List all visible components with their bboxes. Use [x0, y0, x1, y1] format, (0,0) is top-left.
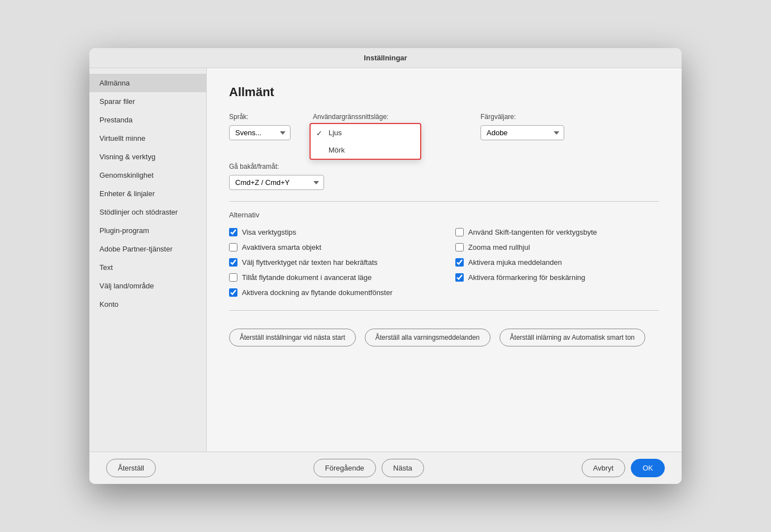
dialog-title: Inställningar [364, 54, 407, 62]
navigate-label: Gå bakåt/framåt: [229, 163, 324, 170]
reset-btn-reset-settings[interactable]: Återställ inställningar vid nästa start [229, 329, 356, 346]
reset-btn-reset-warnings[interactable]: Återställ alla varningsmeddelanden [365, 329, 491, 346]
checkbox-row-cb1: Visa verktygstips [229, 228, 433, 236]
color-picker-select[interactable]: Adobe [480, 125, 564, 140]
reset-buttons-row: Återställ inställningar vid nästa startÅ… [229, 329, 659, 346]
checkbox-cb5[interactable] [229, 258, 237, 267]
navigate-select[interactable]: Cmd+Z / Cmd+Y [229, 175, 324, 190]
options-label: Alternativ [229, 211, 659, 219]
checkbox-cb4[interactable] [455, 243, 464, 251]
divider-2 [229, 310, 659, 311]
sidebar-item-konto[interactable]: Konto [89, 295, 206, 314]
dialog-body: AllmännaSparar filerPrestandaVirtuellt m… [89, 68, 682, 452]
checkbox-row-cb7: Tillåt flytande dokument i avancerat läg… [229, 273, 433, 282]
sidebar-item-sparar-filer[interactable]: Sparar filer [89, 92, 206, 111]
checkbox-row-cb3: Avaktivera smarta objekt [229, 243, 433, 251]
checkbox-cb9[interactable] [229, 288, 237, 297]
checkbox-label-cb5: Välj flyttverktyget när texten har bekrä… [242, 258, 378, 267]
sidebar-item-visning-verktyg[interactable]: Visning & verktyg [89, 148, 206, 166]
footer-left: Återställ [106, 459, 156, 477]
sidebar-item-plugin-program[interactable]: Plugin-program [89, 221, 206, 240]
ui-mode-group: Användargränssnittsläge: Ljus Ljus Mörk [313, 113, 413, 140]
checkbox-label-cb3: Avaktivera smarta objekt [242, 243, 321, 251]
sidebar-item-allmanna[interactable]: Allmänna [89, 74, 206, 92]
sidebar-item-enheter-linjaler[interactable]: Enheter & linjaler [89, 184, 206, 203]
ui-mode-dropdown-wrapper: Ljus Ljus Mörk [313, 125, 413, 140]
checkbox-label-cb9: Aktivera dockning av flytande dokumentfö… [242, 288, 393, 297]
sidebar-item-adobe-partner[interactable]: Adobe Partner-tjänster [89, 240, 206, 258]
reset-button[interactable]: Återställ [106, 459, 156, 477]
checkbox-row-cb8: Aktivera förmarkering för beskärning [455, 273, 659, 282]
previous-button[interactable]: Föregående [313, 459, 376, 477]
ok-button[interactable]: OK [631, 459, 665, 477]
checkbox-cb6[interactable] [455, 258, 464, 267]
main-content: Allmänt Språk: Svens... Användargränssni… [207, 68, 682, 452]
checkbox-cb2[interactable] [455, 228, 464, 236]
sidebar-item-stodlinjer[interactable]: Stödlinjer och stödraster [89, 203, 206, 221]
sidebar-item-virtuellt-minne[interactable]: Virtuellt minne [89, 129, 206, 148]
ui-mode-label: Användargränssnittsläge: [313, 113, 413, 121]
ui-mode-option-mork[interactable]: Mörk [311, 141, 420, 159]
sidebar-item-valj-land[interactable]: Välj land/område [89, 277, 206, 295]
ui-mode-option-ljus[interactable]: Ljus [311, 124, 420, 141]
language-label: Språk: [229, 113, 291, 121]
checkbox-label-cb6: Aktivera mjuka meddelanden [468, 258, 562, 267]
checkbox-row-cb9: Aktivera dockning av flytande dokumentfö… [229, 288, 433, 297]
next-button[interactable]: Nästa [382, 459, 424, 477]
checkbox-cb3[interactable] [229, 243, 237, 251]
footer-right: Avbryt OK [582, 459, 665, 477]
checkbox-label-cb1: Visa verktygstips [242, 228, 296, 236]
sidebar: AllmännaSparar filerPrestandaVirtuellt m… [89, 68, 207, 452]
settings-dialog: Inställningar AllmännaSparar filerPresta… [89, 48, 682, 484]
checkbox-label-cb2: Använd Skift-tangenten för verktygsbyte [468, 228, 597, 236]
form-row-top: Språk: Svens... Användargränssnittsläge:… [229, 113, 659, 190]
language-select[interactable]: Svens... [229, 125, 291, 140]
checkbox-row-cb6: Aktivera mjuka meddelanden [455, 258, 659, 267]
checkbox-label-cb7: Tillåt flytande dokument i avancerat läg… [242, 273, 372, 282]
navigate-group: Gå bakåt/framåt: Cmd+Z / Cmd+Y [229, 163, 324, 190]
checkbox-cb8[interactable] [455, 273, 464, 282]
checkbox-cb7[interactable] [229, 273, 237, 282]
ui-mode-dropdown: Ljus Mörk [310, 123, 421, 160]
color-picker-group: Färgväljare: Adobe [480, 113, 564, 140]
cancel-button[interactable]: Avbryt [582, 459, 626, 477]
dialog-footer: Återställ Föregående Nästa Avbryt OK [89, 452, 682, 484]
checkbox-row-cb4: Zooma med rullhjul [455, 243, 659, 251]
checkbox-row-cb2: Använd Skift-tangenten för verktygsbyte [455, 228, 659, 236]
checkboxes-grid: Visa verktygstipsAnvänd Skift-tangenten … [229, 228, 659, 297]
sidebar-item-genomskinlighet[interactable]: Genomskinlighet [89, 166, 206, 184]
checkbox-label-cb8: Aktivera förmarkering för beskärning [468, 273, 586, 282]
checkbox-row-cb5: Välj flyttverktyget när texten har bekrä… [229, 258, 433, 267]
sidebar-item-prestanda[interactable]: Prestanda [89, 111, 206, 129]
reset-btn-reset-learning[interactable]: Återställ inlärning av Automatisk smart … [499, 329, 645, 346]
sidebar-item-text[interactable]: Text [89, 258, 206, 277]
checkbox-cb1[interactable] [229, 228, 237, 236]
page-title: Allmänt [229, 85, 659, 99]
color-picker-label: Färgväljare: [480, 113, 564, 121]
checkbox-label-cb4: Zooma med rullhjul [468, 243, 530, 251]
divider-1 [229, 201, 659, 202]
language-group: Språk: Svens... [229, 113, 291, 140]
footer-center: Föregående Nästa [313, 459, 424, 477]
dialog-titlebar: Inställningar [89, 48, 682, 68]
